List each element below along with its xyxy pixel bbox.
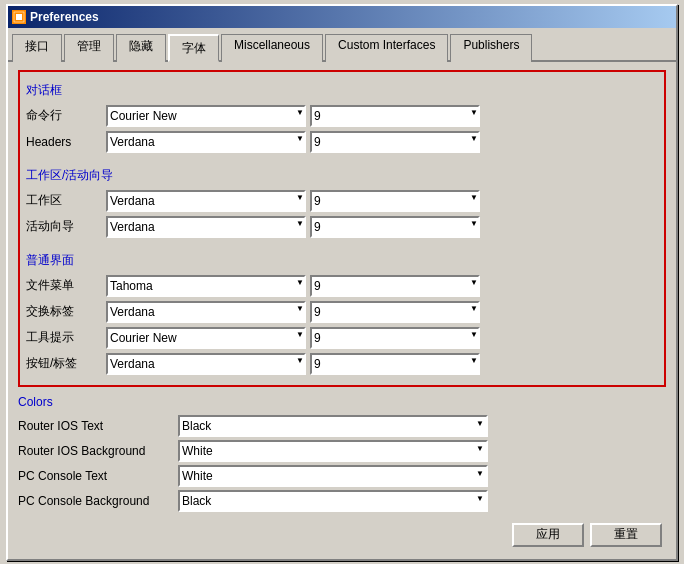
- color-row-1: Router IOS Background WhiteBlackRed: [18, 440, 666, 462]
- general-size-select-0[interactable]: 9810: [310, 275, 480, 297]
- window-icon: [12, 10, 26, 24]
- general-row-0: 文件菜单 TahomaVerdanaCourier New 9810: [26, 275, 658, 297]
- workspace-font-wrapper-1: VerdanaCourier NewTahoma: [106, 216, 306, 238]
- color-select-3[interactable]: BlackWhiteRed: [178, 490, 488, 512]
- general-font-wrapper-2: Courier NewVerdanaTahoma: [106, 327, 306, 349]
- color-label-3: PC Console Background: [18, 494, 178, 508]
- colors-section: Colors Router IOS Text BlackWhiteRed Rou…: [18, 395, 666, 512]
- colors-section-label: Colors: [18, 395, 666, 409]
- color-label-2: PC Console Text: [18, 469, 178, 483]
- color-row-2: PC Console Text WhiteBlackRed: [18, 465, 666, 487]
- general-section: 普通界面 文件菜单 TahomaVerdanaCourier New 9810: [26, 252, 658, 375]
- dialog-font-wrapper-0: Courier New Verdana Tahoma: [106, 105, 306, 127]
- font-settings-box: 对话框 命令行 Courier New Verdana Tahoma 98101…: [18, 70, 666, 387]
- color-row-0: Router IOS Text BlackWhiteRed: [18, 415, 666, 437]
- workspace-row-0: 工作区 VerdanaCourier NewTahoma 9810: [26, 190, 658, 212]
- workspace-label-1: 活动向导: [26, 218, 106, 235]
- color-select-wrapper-2: WhiteBlackRed: [178, 465, 488, 487]
- workspace-row-1: 活动向导 VerdanaCourier NewTahoma 9810: [26, 216, 658, 238]
- general-label-2: 工具提示: [26, 329, 106, 346]
- window-title: Preferences: [30, 10, 672, 24]
- dialog-size-wrapper-1: 9810: [310, 131, 480, 153]
- tab-content: 对话框 命令行 Courier New Verdana Tahoma 98101…: [8, 62, 676, 559]
- workspace-size-select-0[interactable]: 9810: [310, 190, 480, 212]
- workspace-font-select-0[interactable]: VerdanaCourier NewTahoma: [106, 190, 306, 212]
- dialog-size-wrapper-0: 98101112: [310, 105, 480, 127]
- general-label-0: 文件菜单: [26, 277, 106, 294]
- general-row-3: 按钮/标签 VerdanaCourier NewTahoma 9810: [26, 353, 658, 375]
- general-row-1: 交换标签 VerdanaCourier NewTahoma 9810: [26, 301, 658, 323]
- color-select-wrapper-1: WhiteBlackRed: [178, 440, 488, 462]
- preferences-window: Preferences 接口 管理 隐藏 字体 Miscellaneous Cu…: [6, 4, 678, 561]
- dialog-section: 对话框 命令行 Courier New Verdana Tahoma 98101…: [26, 82, 658, 153]
- apply-button[interactable]: 应用: [512, 523, 584, 547]
- color-select-wrapper-3: BlackWhiteRed: [178, 490, 488, 512]
- workspace-section-label: 工作区/活动向导: [26, 167, 658, 184]
- general-label-1: 交换标签: [26, 303, 106, 320]
- tab-misc[interactable]: Miscellaneous: [221, 34, 323, 62]
- tab-interface[interactable]: 接口: [12, 34, 62, 62]
- dialog-label-0: 命令行: [26, 107, 106, 124]
- tab-bar: 接口 管理 隐藏 字体 Miscellaneous Custom Interfa…: [8, 28, 676, 62]
- button-row: 应用 重置: [18, 515, 666, 551]
- workspace-font-wrapper-0: VerdanaCourier NewTahoma: [106, 190, 306, 212]
- title-bar: Preferences: [8, 6, 676, 28]
- general-size-wrapper-0: 9810: [310, 275, 480, 297]
- color-select-2[interactable]: WhiteBlackRed: [178, 465, 488, 487]
- workspace-section: 工作区/活动向导 工作区 VerdanaCourier NewTahoma 98…: [26, 167, 658, 238]
- dialog-label-1: Headers: [26, 135, 106, 149]
- dialog-font-select-0[interactable]: Courier New Verdana Tahoma: [106, 105, 306, 127]
- workspace-size-wrapper-0: 9810: [310, 190, 480, 212]
- dialog-size-select-0[interactable]: 98101112: [310, 105, 480, 127]
- general-size-select-1[interactable]: 9810: [310, 301, 480, 323]
- dialog-section-label: 对话框: [26, 82, 658, 99]
- color-select-wrapper-0: BlackWhiteRed: [178, 415, 488, 437]
- general-font-wrapper-3: VerdanaCourier NewTahoma: [106, 353, 306, 375]
- workspace-size-select-1[interactable]: 9810: [310, 216, 480, 238]
- dialog-row-1: Headers Verdana Courier New Tahoma 9810: [26, 131, 658, 153]
- reset-button[interactable]: 重置: [590, 523, 662, 547]
- tab-custom[interactable]: Custom Interfaces: [325, 34, 448, 62]
- general-size-select-3[interactable]: 9810: [310, 353, 480, 375]
- general-font-select-0[interactable]: TahomaVerdanaCourier New: [106, 275, 306, 297]
- tab-publishers[interactable]: Publishers: [450, 34, 532, 62]
- general-size-select-2[interactable]: 9810: [310, 327, 480, 349]
- tab-manage[interactable]: 管理: [64, 34, 114, 62]
- general-label-3: 按钮/标签: [26, 355, 106, 372]
- dialog-font-select-1[interactable]: Verdana Courier New Tahoma: [106, 131, 306, 153]
- dialog-row-0: 命令行 Courier New Verdana Tahoma 98101112: [26, 105, 658, 127]
- general-font-select-2[interactable]: Courier NewVerdanaTahoma: [106, 327, 306, 349]
- general-size-wrapper-1: 9810: [310, 301, 480, 323]
- general-font-select-1[interactable]: VerdanaCourier NewTahoma: [106, 301, 306, 323]
- tab-hidden[interactable]: 隐藏: [116, 34, 166, 62]
- color-label-0: Router IOS Text: [18, 419, 178, 433]
- color-label-1: Router IOS Background: [18, 444, 178, 458]
- general-size-wrapper-3: 9810: [310, 353, 480, 375]
- workspace-size-wrapper-1: 9810: [310, 216, 480, 238]
- general-size-wrapper-2: 9810: [310, 327, 480, 349]
- general-row-2: 工具提示 Courier NewVerdanaTahoma 9810: [26, 327, 658, 349]
- general-font-select-3[interactable]: VerdanaCourier NewTahoma: [106, 353, 306, 375]
- tab-font[interactable]: 字体: [168, 34, 219, 62]
- general-font-wrapper-1: VerdanaCourier NewTahoma: [106, 301, 306, 323]
- general-font-wrapper-0: TahomaVerdanaCourier New: [106, 275, 306, 297]
- general-section-label: 普通界面: [26, 252, 658, 269]
- color-select-1[interactable]: WhiteBlackRed: [178, 440, 488, 462]
- dialog-font-wrapper-1: Verdana Courier New Tahoma: [106, 131, 306, 153]
- svg-rect-1: [16, 14, 22, 20]
- workspace-label-0: 工作区: [26, 192, 106, 209]
- workspace-font-select-1[interactable]: VerdanaCourier NewTahoma: [106, 216, 306, 238]
- color-select-0[interactable]: BlackWhiteRed: [178, 415, 488, 437]
- color-row-3: PC Console Background BlackWhiteRed: [18, 490, 666, 512]
- dialog-size-select-1[interactable]: 9810: [310, 131, 480, 153]
